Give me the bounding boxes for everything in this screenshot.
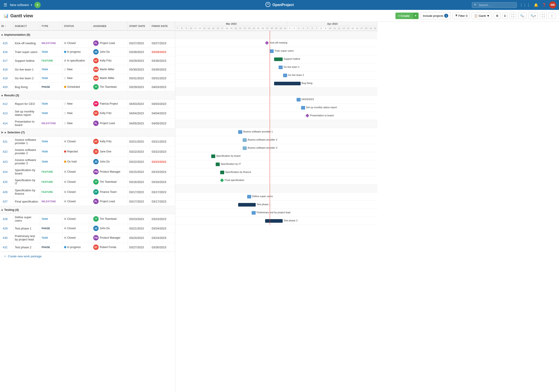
gantt-view-button[interactable]: 📋 Gantt ▼ (472, 13, 492, 19)
gantt-bar-label: Kick-off meeting (270, 41, 287, 44)
cell-id[interactable]: 424 (0, 167, 13, 177)
cell-id[interactable]: 413 (0, 108, 13, 118)
cell-id[interactable]: 431 (0, 243, 13, 251)
display-options-button[interactable]: ⚙ (494, 13, 501, 19)
cell-assignee: PL Project Lead (92, 118, 128, 128)
cell-subject: Test phase 2 (13, 243, 40, 251)
cell-id[interactable]: 429 (0, 224, 13, 233)
cell-start-date: 03/21/2023 (128, 224, 150, 233)
cell-id[interactable]: 426 (0, 187, 13, 197)
info-button[interactable]: ℹ (502, 13, 508, 19)
gantt-bar (274, 82, 301, 85)
cell-assignee: PL Project Lead (92, 197, 128, 206)
table-row: 426 Specification by finance FEATURE Clo… (0, 187, 175, 197)
cell-id[interactable]: 418 (0, 65, 13, 74)
header-status[interactable]: STATUS (63, 22, 92, 30)
cell-id[interactable]: 419 (0, 74, 13, 82)
table-row: 412 Report for CEO TASK New PP Patricia … (0, 100, 175, 108)
create-button-group: + Create ▼ (395, 13, 419, 19)
gantt-day-label: 19 (229, 26, 234, 30)
create-work-package-button[interactable]: ＋ Create new work package (0, 252, 175, 260)
cell-assignee: PL Project Lead (92, 39, 128, 47)
cell-id[interactable]: 430 (0, 233, 13, 243)
group-row[interactable]: ▶ ■ Selection (7) (0, 128, 175, 137)
group-row[interactable]: ■ Results (3) (0, 91, 175, 100)
user-avatar[interactable]: MB (549, 1, 556, 9)
gantt-day-label: 28 (270, 26, 274, 30)
gantt-day-label: 12 (198, 26, 202, 30)
cell-type: TASK (40, 233, 63, 243)
header-start-date[interactable]: START DATE (128, 22, 150, 30)
help-button[interactable]: ❓ (541, 2, 547, 8)
gantt-bar (247, 195, 251, 199)
notifications-button[interactable]: 🔔 (533, 2, 539, 8)
cell-finish-date: 03/17/2023 (150, 187, 175, 197)
cell-subject: Set up monthly status report (13, 108, 40, 118)
cell-id[interactable]: 416 (0, 48, 13, 56)
gantt-data-row: Define super users (175, 193, 377, 201)
cell-id[interactable]: 422 (0, 147, 13, 156)
collapse-button[interactable]: ⛶ (509, 13, 516, 19)
more-options-button[interactable]: ⋮ (549, 13, 555, 19)
group-row[interactable]: ■ Testing (4) (0, 206, 175, 214)
group-row[interactable]: ■ Implementation (6) (0, 31, 175, 39)
project-selector[interactable]: New software ▼ (10, 3, 33, 7)
milestone-diamond (306, 114, 309, 118)
cell-subject: Assess software provider 1 (13, 137, 40, 146)
cell-type: FEATURE (40, 56, 63, 65)
plus-icon: ＋ (4, 254, 7, 258)
gantt-bar-label: Preliminary test by project lead (257, 211, 290, 214)
cell-type: TASK (40, 157, 63, 167)
header-type[interactable]: TYPE (40, 22, 63, 30)
hamburger-menu-button[interactable]: ☰ (3, 1, 8, 8)
cell-type: FEATURE (40, 187, 63, 197)
table-row: 416 Train super users TASK In progress J… (0, 48, 175, 56)
gantt-day-label: 15 (351, 26, 355, 30)
table-row: 413 Set up monthly status report TASK Ne… (0, 108, 175, 118)
gantt-day-label: 17 (360, 26, 364, 30)
add-project-button[interactable]: + (34, 2, 41, 8)
create-work-package-label: Create new work package (8, 255, 42, 258)
zoom-in-button[interactable]: 🔍+ (528, 13, 538, 19)
cell-id[interactable]: 427 (0, 197, 13, 206)
filter-button[interactable]: ⧩ Filter 0 (453, 12, 470, 19)
cell-start-date: 04/05/2023 (128, 118, 150, 128)
cell-id[interactable]: 420 (0, 83, 13, 91)
header-finish-date[interactable]: FINISH DATE (150, 22, 175, 30)
cell-id[interactable]: 421 (0, 137, 13, 146)
gantt-bar (283, 74, 287, 77)
cell-type: FEATURE (40, 167, 63, 177)
gantt-bar (252, 211, 256, 215)
gantt-day-label: 1 (288, 26, 292, 30)
cell-id[interactable]: 415 (0, 39, 13, 47)
cell-status: New (63, 74, 92, 82)
header-assignee[interactable]: ASSIGNEE (92, 22, 128, 30)
cell-id[interactable]: 412 (0, 100, 13, 108)
search-input[interactable] (479, 3, 515, 7)
zoom-out-button[interactable]: 🔍- (518, 13, 527, 19)
cell-finish-date: 03/27/2023 (150, 39, 175, 47)
cell-id[interactable]: 414 (0, 118, 13, 128)
cell-id[interactable]: 428 (0, 214, 13, 224)
cell-finish-date: 03/22/2023 (150, 157, 175, 167)
fullscreen-button[interactable]: ⛶ (540, 13, 547, 19)
cell-id[interactable]: 423 (0, 157, 13, 167)
header-id[interactable]: ID ↑ (0, 22, 13, 30)
create-button[interactable]: + Create (395, 13, 412, 19)
cell-finish-date: 03/15/2023 (150, 167, 175, 177)
gantt-data-row: Specification by finance (175, 168, 377, 176)
cell-type: TASK (40, 147, 63, 156)
cell-id[interactable]: 417 (0, 56, 13, 65)
create-dropdown-button[interactable]: ▼ (412, 13, 419, 19)
grid-menu-button[interactable]: ⋮⋮⋮ (519, 2, 531, 8)
cell-type: TASK (40, 108, 63, 118)
gantt-day-label: 11 (193, 26, 198, 30)
header-subject[interactable]: SUBJECT (13, 22, 40, 30)
cell-id[interactable]: 425 (0, 177, 13, 187)
gantt-bar-label: Test phase 1 (257, 203, 270, 206)
include-projects-button[interactable]: Include projects 1 (420, 12, 451, 19)
search-box[interactable]: 🔍 (472, 2, 517, 8)
gantt-day-label: 13 (202, 26, 207, 30)
cell-assignee: PP Patricia Project (92, 100, 128, 108)
cell-assignee: PM Product Manager (92, 233, 128, 243)
